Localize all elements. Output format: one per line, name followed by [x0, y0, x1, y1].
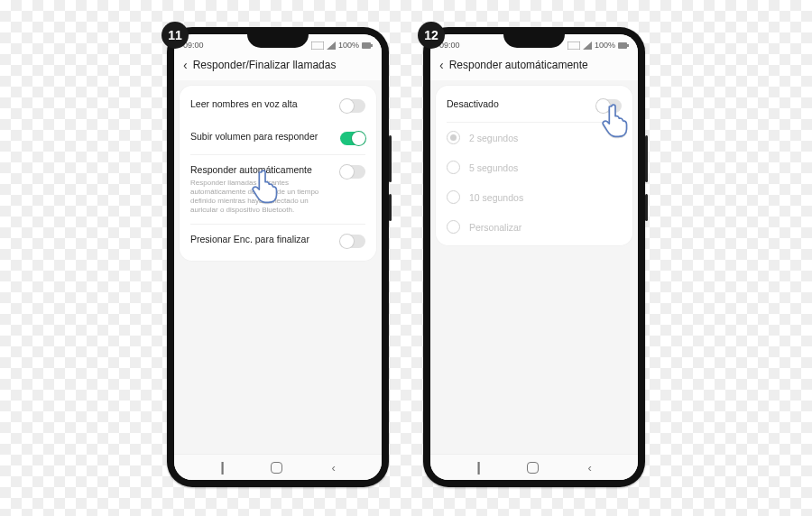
radio-label: 5 segundos	[469, 162, 518, 173]
side-button	[389, 194, 392, 221]
radio-label: 10 segundos	[469, 192, 523, 203]
row-label: Presionar Enc. para finalizar	[190, 234, 309, 246]
radio-option[interactable]: 2 segundos	[436, 123, 632, 152]
page-title: Responder/Finalizar llamadas	[193, 59, 337, 71]
back-button[interactable]: ‹	[439, 59, 444, 71]
toggle-auto-answer[interactable]	[340, 165, 365, 179]
svg-rect-3	[567, 41, 580, 50]
phone-notch	[503, 34, 565, 48]
signal-icon	[583, 41, 592, 50]
radio-option[interactable]: Personalizar	[436, 212, 632, 242]
radio-option[interactable]: 5 segundos	[436, 152, 632, 182]
radio-button[interactable]	[447, 161, 460, 174]
radio-option[interactable]: 10 segundos	[436, 182, 632, 212]
battery-icon	[362, 41, 373, 50]
page-header: ‹ Responder/Finalizar llamadas	[174, 53, 382, 80]
row-label: Responder automáticamente	[190, 164, 326, 177]
step-badge: 12	[418, 22, 445, 49]
row-label: Desactivado	[447, 98, 499, 111]
row-auto-answer[interactable]: Responder automáticamente Responder llam…	[180, 155, 376, 224]
row-sublabel: Responder llamadas entrantes automáticam…	[190, 179, 326, 215]
svg-rect-4	[618, 42, 627, 49]
nav-home[interactable]	[271, 462, 282, 474]
volte-icon	[311, 41, 324, 50]
signal-icon	[327, 41, 336, 50]
svg-rect-2	[371, 44, 373, 47]
row-label: Subir volumen para responder	[190, 131, 318, 143]
row-read-names[interactable]: Leer nombres en voz alta	[180, 89, 376, 122]
back-button[interactable]: ‹	[183, 59, 188, 71]
side-button	[645, 194, 648, 221]
toggle-read-names[interactable]	[340, 99, 365, 113]
volte-icon	[567, 41, 580, 50]
toggle-power-end[interactable]	[340, 235, 365, 248]
toggle-volume-up[interactable]	[340, 132, 365, 145]
settings-content: Desactivado 2 segundos	[430, 80, 638, 454]
phone-notch	[247, 34, 309, 48]
svg-rect-5	[627, 44, 629, 47]
row-label: Leer nombres en voz alta	[190, 98, 297, 111]
page-header: ‹ Responder automáticamente	[430, 53, 638, 80]
status-battery: 100%	[595, 41, 615, 50]
phone-frame: 09:00 100% ‹	[423, 27, 645, 487]
radio-label: 2 segundos	[469, 133, 518, 143]
nav-recent[interactable]: | | |	[476, 460, 477, 475]
toggle-master[interactable]	[596, 99, 622, 113]
side-button	[645, 135, 648, 182]
nav-bar: | | | ‹	[430, 454, 638, 480]
radio-button[interactable]	[447, 220, 460, 234]
nav-home[interactable]	[527, 462, 539, 474]
side-button	[389, 135, 392, 182]
settings-card: Leer nombres en voz alta Subir volumen p…	[180, 86, 376, 261]
nav-bar: | | | ‹	[174, 454, 382, 480]
nav-recent[interactable]: | | |	[220, 460, 221, 475]
phone-frame: 09:00 100% ‹	[167, 27, 389, 487]
nav-back[interactable]: ‹	[331, 461, 335, 475]
row-master-toggle[interactable]: Desactivado	[436, 89, 632, 122]
svg-rect-0	[311, 41, 324, 50]
radio-label: Personalizar	[469, 222, 521, 233]
settings-content: Leer nombres en voz alta Subir volumen p…	[174, 80, 382, 454]
page-title: Responder automáticamente	[449, 59, 588, 71]
svg-rect-1	[362, 42, 371, 49]
radio-button[interactable]	[447, 131, 460, 144]
status-battery: 100%	[338, 41, 359, 50]
nav-back[interactable]: ‹	[587, 461, 591, 475]
row-volume-up[interactable]: Subir volumen para responder	[180, 122, 376, 154]
battery-icon	[618, 41, 629, 50]
radio-button[interactable]	[447, 190, 460, 204]
row-power-end[interactable]: Presionar Enc. para finalizar	[180, 225, 376, 257]
step-badge: 11	[161, 22, 189, 49]
settings-card: Desactivado 2 segundos	[436, 86, 632, 245]
